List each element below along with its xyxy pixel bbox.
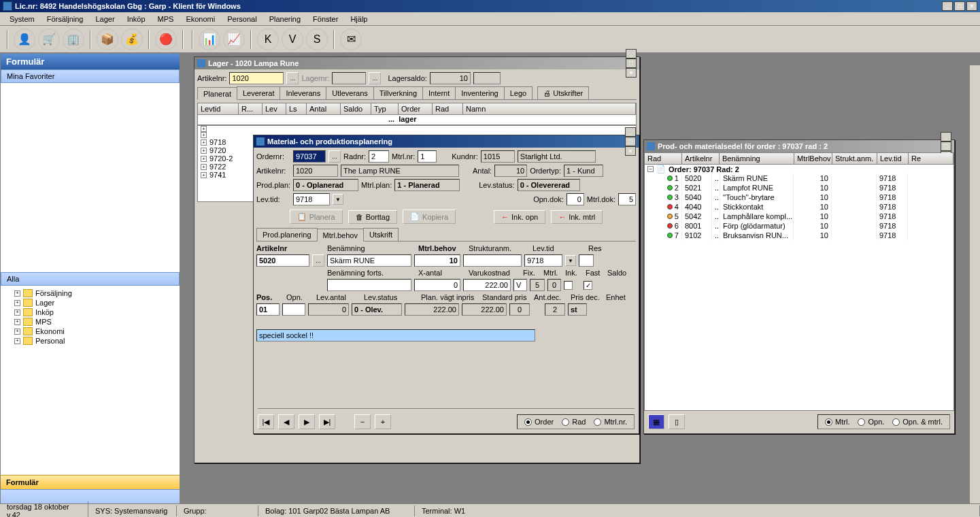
d-benforts-field[interactable] (327, 279, 411, 291)
mpp-minimize[interactable]: _ (625, 127, 636, 137)
ordernr-field[interactable]: 97037 (293, 150, 326, 163)
ordernr-lookup[interactable]: ... (328, 150, 341, 163)
mpp-title-bar[interactable]: Material- och produktionsplanering _ □ × (254, 135, 639, 148)
toolbar-btn-k[interactable]: K (257, 29, 279, 50)
toolbar-btn-8[interactable]: 📈 (223, 29, 245, 50)
menu-hjalp[interactable]: Hjälp (345, 14, 373, 24)
pms-title-bar[interactable]: Prod- och materialsedel för order : 9703… (644, 140, 954, 152)
toolbar-btn-2[interactable]: 🛒 (38, 29, 60, 50)
toolbar-btn-6[interactable]: 🔴 (155, 29, 177, 50)
d-fix-field[interactable]: V (513, 279, 527, 291)
tab-utskrifter[interactable]: 🖨 Utskrifter (537, 86, 589, 99)
pms-data-row[interactable]: 68001...Förp (glödarmatur)109718 (645, 221, 953, 231)
tab-planerat[interactable]: Planerat (197, 87, 237, 100)
d-benamning-field[interactable]: Skärm RUNE (327, 254, 411, 267)
sidebar-favorites-header[interactable]: Mina Favoriter (1, 69, 180, 83)
d-artikelnr-lookup[interactable]: ... (312, 254, 324, 267)
tab-inleverans[interactable]: Inleverans (280, 86, 326, 99)
pms-data-row[interactable]: 55042...Lamphållare kompl...109718 (645, 212, 953, 221)
lager-tree-row[interactable]: + (198, 126, 636, 132)
d-pos-field[interactable]: 01 (256, 303, 280, 316)
mpp-close[interactable]: × (625, 146, 636, 156)
d-fast-checkbox[interactable] (564, 281, 573, 290)
pms-data-row[interactable]: 25021...Lampfot RUNE109718 (645, 183, 953, 193)
menu-ekonomi[interactable]: Ekonomi (180, 14, 220, 24)
menu-fonster[interactable]: Fönster (307, 14, 343, 24)
mtrldok-field[interactable]: 5 (618, 193, 636, 205)
close-button[interactable]: × (966, 1, 977, 11)
menu-planering[interactable]: Planering (264, 14, 306, 24)
pms-data-row[interactable]: 44040...Stickkontakt109718 (645, 202, 953, 212)
d-opn-field[interactable] (282, 303, 305, 316)
nav-minus[interactable]: − (354, 414, 371, 429)
tree-inkop[interactable]: +Inköp (3, 307, 177, 317)
note-field[interactable]: speciell sockel !! (256, 329, 535, 341)
tab-lego[interactable]: Lego (504, 86, 533, 99)
d-artikelnr-field[interactable]: 5020 (256, 254, 309, 267)
radio-order[interactable]: Order (524, 418, 554, 426)
radio-opn-mtrl[interactable]: Opn. & mtrl. (892, 418, 943, 426)
levtid-field[interactable]: 9718 (293, 193, 330, 205)
maximize-button[interactable]: □ (954, 1, 965, 11)
tab-tillverkning[interactable]: Tillverkning (373, 86, 423, 99)
menu-personal[interactable]: Personal (222, 14, 262, 24)
radio-opn[interactable]: Opn. (858, 418, 884, 426)
inkmtrl-button[interactable]: ← Ink. mtrl (551, 210, 603, 224)
toolbar-btn-3[interactable]: 🏢 (63, 29, 84, 50)
toolbar-btn-9[interactable]: ✉ (340, 29, 362, 50)
tab-internt[interactable]: Internt (422, 86, 456, 99)
menu-inkop[interactable]: Inköp (122, 14, 151, 24)
tree-lager[interactable]: +Lager (3, 298, 177, 307)
toolbar-btn-5[interactable]: 💰 (121, 29, 143, 50)
mdi-scrollbar[interactable] (969, 65, 980, 509)
tab-utskrift[interactable]: Utskrift (363, 228, 399, 241)
menu-system[interactable]: System (4, 14, 40, 24)
lager-title-bar[interactable]: Lager - 1020 Lampa Rune _ □ × (195, 57, 639, 69)
opndok-field[interactable]: 0 (567, 193, 584, 205)
d-varukostnad-field[interactable]: 222.00 (463, 279, 511, 291)
d-strukturanm-field[interactable] (463, 254, 522, 267)
pms-maximize[interactable]: □ (941, 141, 951, 151)
levtid-dropdown[interactable]: ▼ (333, 194, 343, 205)
minimize-button[interactable]: _ (942, 1, 953, 11)
toolbar-btn-7[interactable]: 📊 (199, 29, 220, 50)
nav-last[interactable]: ▶| (319, 414, 335, 429)
radio-mtrlnr[interactable]: Mtrl.nr. (594, 418, 627, 426)
nav-first[interactable]: |◀ (258, 414, 274, 429)
borttag-button[interactable]: 🗑 Borttag (348, 210, 397, 224)
lager-maximize[interactable]: □ (626, 59, 637, 68)
menu-lager[interactable]: Lager (90, 14, 120, 24)
tree-personal[interactable]: +Personal (3, 336, 177, 346)
radio-mtrl[interactable]: Mtrl. (825, 418, 849, 426)
pms-minimize[interactable]: _ (941, 132, 951, 141)
mpp-maximize[interactable]: □ (625, 137, 636, 146)
tab-utleverans[interactable]: Utleverans (326, 86, 374, 99)
tab-mtrlbehov[interactable]: Mtrl.behov (317, 229, 364, 241)
artikelnr-lookup[interactable]: ... (286, 72, 299, 84)
menu-mps[interactable]: MPS (152, 14, 180, 24)
toolbar-btn-v[interactable]: V (282, 29, 303, 50)
lagernr-lookup[interactable]: ... (369, 72, 381, 84)
tree-forsaljning[interactable]: +Försäljning (3, 288, 177, 298)
lager-minimize[interactable]: _ (626, 49, 637, 59)
d-levtid-field[interactable]: 9718 (524, 254, 562, 267)
d-res-field[interactable] (579, 254, 594, 267)
toolbar-btn-s[interactable]: S (306, 29, 328, 50)
pms-data-row[interactable]: 79102...Bruksanvisn RUN...109718 (645, 231, 953, 240)
kopiera-button[interactable]: 📄 Kopiera (403, 210, 456, 224)
d-levtid-dropdown[interactable]: ▼ (565, 255, 576, 266)
mtrlnr-field[interactable]: 1 (418, 150, 437, 163)
toolbar-btn-4[interactable]: 📦 (97, 29, 118, 50)
radnr-field[interactable]: 2 (369, 150, 389, 163)
lager-close[interactable]: × (626, 68, 637, 78)
artikelnr-field[interactable]: 1020 (229, 72, 284, 84)
planera-button[interactable]: 📋 Planera (290, 210, 343, 224)
toolbar-btn-1[interactable]: 👤 (14, 29, 35, 50)
view-btn-1[interactable]: ▦ (648, 414, 664, 429)
sidebar-all-header[interactable]: Alla (1, 272, 180, 286)
pms-data-row[interactable]: 15020...Skärm RUNE109718 (645, 173, 953, 183)
sidebar-footer[interactable]: Formulär (1, 475, 180, 489)
tab-levererat[interactable]: Levererat (237, 86, 280, 99)
d-saldo-checkbox[interactable]: ✓ (584, 281, 592, 290)
inkopn-button[interactable]: ← Ink. opn (494, 210, 545, 224)
